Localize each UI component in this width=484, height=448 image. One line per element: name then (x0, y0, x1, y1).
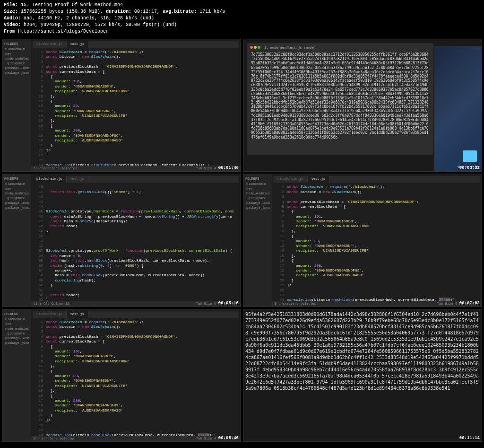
status-bar: Line 62, Column 18Tab Size 4 JavaScript (31, 301, 241, 307)
thumb-3: FOLDERS blockchain dev node_modules .git… (2, 174, 241, 307)
thumb-5: FOLDERS blockchain dev node_modules .git… (2, 309, 241, 442)
tab-test[interactable]: test.js (67, 176, 88, 183)
code-editor[interactable]: blockchain.js test.js 40 41 return this.… (31, 174, 241, 306)
timestamp: 00:11:14 (459, 436, 480, 440)
hash-output: 95fe4a2f5e42518331803d0d90d6178ada1442c3… (243, 309, 482, 393)
code-editor[interactable]: blockchain.js test.js 1const Blockchain … (272, 174, 482, 306)
status-bar: 5 characters selectedTab Size 4 JavaScri… (31, 436, 241, 441)
code-editor[interactable]: blockchain.js test.js 1const Blockchain … (31, 39, 241, 171)
media-info-header: File: 15. Testing Proof Of Work Method.m… (0, 0, 484, 37)
tab-blockchain[interactable]: blockchain.js (33, 311, 67, 318)
file-tree: FOLDERS blockchain dev node_modules .git… (2, 174, 31, 306)
timestamp: 00:08:46 (218, 436, 239, 440)
status-bar: 5 characters selectedTab Size 4 JavaScri… (272, 301, 482, 307)
folder-icon[interactable] (463, 150, 477, 162)
file-tree: FOLDERS blockchain dev node_modules .git… (2, 39, 31, 171)
thumb-6: 95fe4a2f5e42518331803d0d90d6178ada1442c3… (243, 309, 482, 442)
tab-blockchain[interactable]: blockchain.js (33, 41, 67, 48)
timestamp: 00:03:32 (459, 166, 480, 170)
window-controls[interactable] (250, 46, 261, 50)
tab-test[interactable]: test.js (308, 176, 329, 183)
terminal-window[interactable]: 1. node dev/test.js (node) 7d715330832a2… (247, 43, 433, 155)
status-bar: 19 characters selectedTab Size 4 JavaScr… (31, 166, 241, 171)
thumb-1: FOLDERS blockchain dev node_modules .git… (2, 39, 241, 172)
tab-test[interactable]: test.js (67, 41, 88, 48)
timestamp: 00:01:46 (218, 166, 239, 170)
code-editor[interactable]: blockchain.js test.js 1const Blockchain … (31, 309, 241, 441)
tab-test[interactable]: test.js (67, 311, 88, 318)
tab-blockchain[interactable]: blockchain.js (33, 176, 67, 183)
thumb-2: desktop-files 1. node dev/test.js (node)… (243, 39, 482, 172)
timestamp: 00:07:02 (459, 301, 480, 306)
terminal-output: 7d715330832a2c06f8cc93ddf1a500b89aac3712… (249, 51, 432, 141)
file-tree: FOLDERS blockchain dev node_modules .git… (243, 174, 272, 306)
thumbnail-grid: FOLDERS blockchain dev node_modules .git… (0, 37, 484, 444)
thumb-4: FOLDERS blockchain dev node_modules .git… (243, 174, 482, 307)
desktop-wallpaper: desktop-files (434, 46, 482, 171)
tab-blockchain[interactable]: blockchain.js (274, 176, 308, 183)
timestamp: 00:05:16 (218, 301, 239, 306)
file-tree: FOLDERS blockchain dev node_modules .git… (2, 309, 31, 441)
